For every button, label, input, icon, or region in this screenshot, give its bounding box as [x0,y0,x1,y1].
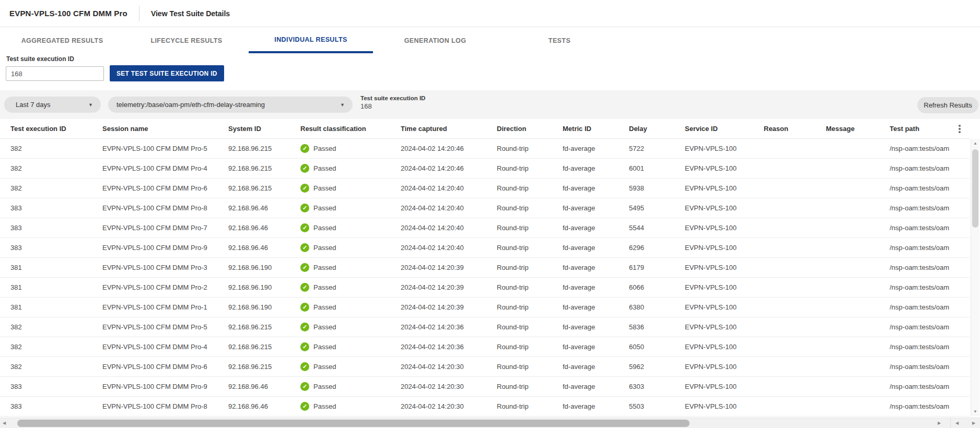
result-label: Passed [313,218,336,237]
scroll-up-arrow-icon[interactable]: ▲ [971,140,979,147]
cell-message [826,198,890,218]
cell-reason [764,179,826,198]
view-test-suite-details-link[interactable]: View Test Suite Details [151,9,230,18]
table-row[interactable]: 381EVPN-VPLS-100 CFM DMM Pro-392.168.96.… [0,258,970,278]
column-header-message[interactable]: Message [826,119,890,138]
table-row[interactable]: 382EVPN-VPLS-100 CFM DMM Pro-692.168.96.… [0,357,970,377]
cell-result: ✓Passed [300,159,401,178]
passed-check-icon: ✓ [300,362,309,371]
vertical-scrollbar[interactable]: ▲ ▼ [971,139,979,417]
table-row[interactable]: 381EVPN-VPLS-100 CFM DMM Pro-292.168.96.… [0,278,970,298]
table-row[interactable]: 381EVPN-VPLS-100 CFM DMM Pro-192.168.96.… [0,298,970,317]
horizontal-scrollbar[interactable]: ◀ ▶ ◀ ▶ [0,418,980,428]
table-row[interactable]: 383EVPN-VPLS-100 CFM DMM Pro-992.168.96.… [0,238,970,258]
column-header-session[interactable]: Session name [102,119,228,138]
cell-delay: 5962 [629,357,685,376]
cell-service: EVPN-VPLS-100 [685,238,764,257]
cell-reason [764,337,826,356]
cell-direction: Round-trip [497,258,563,277]
tab-tests[interactable]: TESTS [497,27,622,53]
table-row[interactable]: 382EVPN-VPLS-100 CFM DMM Pro-592.168.96.… [0,317,970,337]
cell-time: 2024-04-02 14:20:40 [401,218,497,237]
cell-path: /nsp-oam:tests/oam [890,377,970,396]
cell-result: ✓Passed [300,397,401,416]
cell-exec_id: 382 [10,357,102,376]
cell-direction: Round-trip [497,317,563,337]
cell-direction: Round-trip [497,397,563,416]
cell-path: /nsp-oam:tests/oam [890,139,970,158]
table-row[interactable]: 383EVPN-VPLS-100 CFM DMM Pro-792.168.96.… [0,218,970,238]
table-row[interactable]: 382EVPN-VPLS-100 CFM DMM Pro-692.168.96.… [0,179,970,198]
cell-time: 2024-04-02 14:20:30 [401,357,497,376]
cell-reason [764,258,826,277]
cell-exec_id: 383 [10,377,102,396]
cell-exec_id: 381 [10,298,102,317]
result-label: Passed [313,397,336,416]
tab-aggregated-results[interactable]: AGGREGATED RESULTS [0,27,124,53]
test-suite-execution-id-input[interactable] [6,66,104,81]
cell-system: 92.168.96.46 [228,377,300,396]
cell-delay: 6050 [629,337,685,356]
vertical-scrollbar-thumb[interactable] [972,149,978,228]
cell-delay: 6380 [629,298,685,317]
column-header-reason[interactable]: Reason [764,119,826,138]
result-label: Passed [313,139,336,158]
cell-metric: fd-average [563,179,629,198]
cell-time: 2024-04-02 14:20:46 [401,159,497,178]
corner-scroll-left-arrow-icon[interactable]: ◀ [953,418,961,428]
set-test-suite-execution-id-button[interactable]: SET TEST SUITE EXECUTION ID [110,65,224,81]
passed-check-icon: ✓ [300,323,309,331]
corner-scroll-right-arrow-icon[interactable]: ▶ [970,418,978,428]
tab-individual-results[interactable]: INDIVIDUAL RESULTS [249,27,373,53]
column-header-direction[interactable]: Direction [497,119,563,138]
refresh-results-button[interactable]: Refresh Results [917,97,978,113]
passed-check-icon: ✓ [300,144,309,153]
result-label: Passed [313,179,336,198]
cell-time: 2024-04-02 14:20:40 [401,179,497,198]
cell-path: /nsp-oam:tests/oam [890,278,970,297]
column-header-time[interactable]: Time captured [401,119,497,138]
column-header-metric[interactable]: Metric ID [563,119,629,138]
table-row[interactable]: 382EVPN-VPLS-100 CFM DMM Pro-492.168.96.… [0,159,970,179]
table-row[interactable]: 383EVPN-VPLS-100 CFM DMM Pro-892.168.96.… [0,198,970,218]
table-row[interactable]: 383EVPN-VPLS-100 CFM DMM Pro-992.168.96.… [0,377,970,397]
column-header-delay[interactable]: Delay [629,119,685,138]
cell-session: EVPN-VPLS-100 CFM DMM Pro-5 [102,317,228,337]
result-label: Passed [313,198,336,218]
column-settings-kebab-icon[interactable] [955,119,964,139]
cell-session: EVPN-VPLS-100 CFM DMM Pro-8 [102,397,228,416]
app-header: EVPN-VPLS-100 CFM DMM Pro View Test Suit… [0,0,980,27]
cell-exec_id: 382 [10,337,102,356]
cell-time: 2024-04-02 14:20:30 [401,377,497,396]
telemetry-path-dropdown[interactable]: telemetry:/base/oam-pm/eth-cfm-delay-str… [108,97,353,113]
cell-result: ✓Passed [300,218,401,237]
scroll-left-arrow-icon[interactable]: ◀ [0,418,8,428]
table-row[interactable]: 382EVPN-VPLS-100 CFM DMM Pro-492.168.96.… [0,337,970,357]
table-row[interactable]: 382EVPN-VPLS-100 CFM DMM Pro-592.168.96.… [0,139,970,159]
cell-metric: fd-average [563,357,629,376]
tab-generation-log[interactable]: GENERATION LOG [373,27,497,53]
cell-system: 92.168.96.190 [228,278,300,297]
table-row[interactable]: 383EVPN-VPLS-100 CFM DMM Pro-892.168.96.… [0,397,970,417]
cell-reason [764,198,826,218]
horizontal-scrollbar-thumb[interactable] [17,420,690,427]
tab-lifecycle-results[interactable]: LIFECYCLE RESULTS [124,27,249,53]
cell-time: 2024-04-02 14:20:40 [401,238,497,257]
cell-message [826,317,890,337]
cell-service: EVPN-VPLS-100 [685,258,764,277]
cell-metric: fd-average [563,377,629,396]
cell-system: 92.168.96.215 [228,139,300,158]
chevron-down-icon: ▼ [340,102,345,108]
column-header-result[interactable]: Result classification [300,119,401,138]
column-header-system[interactable]: System ID [228,119,300,138]
cell-result: ✓Passed [300,139,401,158]
column-header-service[interactable]: Service ID [685,119,764,138]
scroll-right-arrow-icon[interactable]: ▶ [935,418,943,428]
cell-delay: 5495 [629,198,685,218]
cell-message [826,377,890,396]
result-label: Passed [313,377,336,396]
scroll-down-arrow-icon[interactable]: ▼ [971,408,979,415]
time-range-dropdown[interactable]: Last 7 days ▼ [4,97,101,113]
result-label: Passed [313,337,336,356]
column-header-exec_id[interactable]: Test execution ID [10,119,102,138]
